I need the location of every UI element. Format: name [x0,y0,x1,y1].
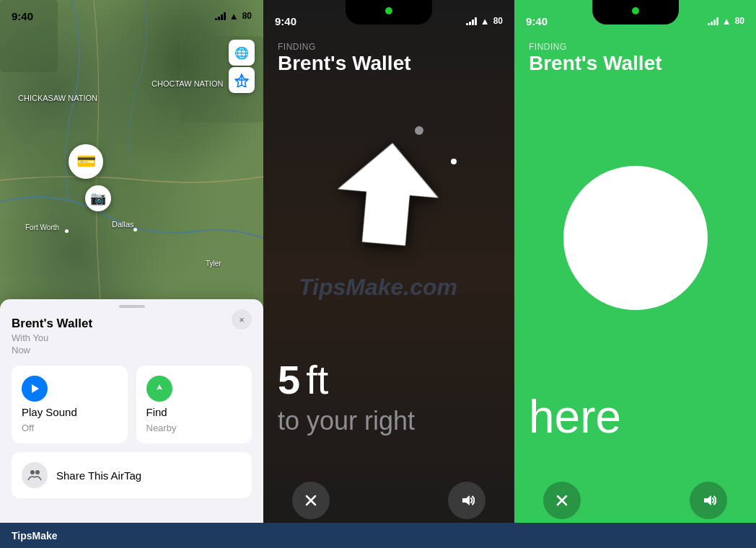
play-icon [28,382,41,395]
find-sub: Nearby [146,423,242,433]
status-time-phone1: 9:40 [12,10,33,22]
find-icon [146,376,172,402]
phone1: CHICKASAW NATION CHOCTAW NATION Fort Wor… [0,0,263,548]
map-controls: 🌐 [229,40,255,93]
signal-phone3 [708,17,718,25]
found-circle [563,166,708,310]
map-svg [0,0,263,310]
screenshots-container: CHICKASAW NATION CHOCTAW NATION Fort Wor… [0,0,756,548]
svg-marker-11 [462,495,470,505]
share-title: Share This AirTag [56,469,141,482]
notch-phone2 [346,0,432,25]
finding-label-phone3: FINDING [529,42,567,52]
wallet-pin[interactable]: 💳 [69,144,103,179]
attribution-text: TipsMake [12,530,58,542]
sheet-handle [119,305,145,308]
status-time-phone2: 9:40 [275,15,296,27]
svg-marker-8 [333,138,443,248]
map-label-chickasaw: CHICKASAW NATION [18,94,97,102]
status-icons-phone2: ▲ 80 [466,16,503,27]
svg-marker-14 [704,495,711,505]
globe-btn[interactable]: 🌐 [229,40,255,66]
direction-arrow-container [309,115,468,274]
bottom-controls-phone3 [514,482,756,519]
svg-point-6 [30,470,35,474]
status-icons-phone3: ▲ 80 [708,16,744,27]
distance-number: 5 [278,360,300,400]
play-sound-card[interactable]: Play Sound Off [12,366,128,443]
close-btn-phone3[interactable] [543,482,581,519]
direction-label: to your right [278,406,415,436]
map-label-choctaw: CHOCTAW NATION [151,79,223,88]
sound-btn-phone3[interactable] [690,482,727,519]
status-bar-phone1: 9:40 ▲ 80 [0,0,263,32]
finding-label-phone2: FINDING [278,42,316,52]
dynamic-island-dot-phone3 [632,7,639,14]
play-sound-icon [22,376,48,402]
distance-unit: ft [306,356,328,403]
fortworth-dot [65,229,69,233]
close-btn-phone2[interactable] [292,482,330,519]
sheet-title: Brent's Wallet [12,317,252,331]
battery-phone3: 80 [735,16,744,26]
sheet-close-btn[interactable]: × [232,309,252,330]
finding-title-phone2: Brent's Wallet [278,52,411,75]
attribution-bar: TipsMake [0,523,756,548]
play-sound-title: Play Sound [22,406,118,418]
play-sound-sub: Off [22,423,118,433]
dark-bg [263,0,514,548]
find-arrow-icon [152,381,167,396]
sound-btn-phone2[interactable] [448,482,485,519]
arrow-svg [299,105,477,282]
svg-point-7 [35,470,40,474]
sound-icon-phone3 [700,492,716,508]
share-airtag-icon [22,462,48,488]
map-label-tyler: Tyler [206,260,221,268]
sheet-actions: Play Sound Off Find Nearby [12,366,252,443]
people-icon [27,467,43,483]
sheet-subtitle: With You [12,332,252,343]
find-nearby-card[interactable]: Find Nearby [136,366,252,443]
status-icons-phone1: ▲ 80 [215,11,252,22]
signal-bars-phone1 [215,12,226,20]
battery-label-phone1: 80 [242,11,252,21]
bottom-controls-phone2 [263,482,514,519]
finding-title-phone3: Brent's Wallet [529,52,662,75]
sheet-time: Now [12,345,252,355]
find-title: Find [146,406,242,418]
map-label-fortworth: Fort Worth [25,224,59,231]
battery-phone2: 80 [493,16,503,26]
wifi-phone3: ▲ [722,16,731,27]
camera-pin[interactable]: 📷 [85,185,111,211]
bottom-sheet: × Brent's Wallet With You Now Play Sound… [0,299,263,523]
svg-marker-5 [32,384,39,393]
dallas-dot [133,228,137,231]
phone2: 9:40 ▲ 80 FINDING Brent's Wallet [263,0,514,548]
notch-phone3 [592,0,679,25]
here-text: here [529,390,621,443]
phone3: 9:40 ▲ 80 FINDING Brent's Wallet here [514,0,756,548]
map-label-dallas: Dallas [112,220,134,229]
dynamic-island-dot-phone2 [385,7,392,14]
signal-phone2 [466,17,477,25]
share-card[interactable]: Share This AirTag [12,452,252,498]
status-time-phone3: 9:40 [526,15,548,27]
wifi-phone2: ▲ [480,16,490,27]
sound-icon-phone2 [459,492,475,508]
close-icon-phone2 [304,494,317,507]
distance-text: 5 ft to your right [278,356,415,436]
close-icon-phone3 [555,494,568,507]
camera-pin-circle: 📷 [85,185,111,211]
direction-arrow [299,105,478,284]
wifi-icon-phone1: ▲ [229,11,239,22]
wallet-pin-circle: 💳 [69,144,103,179]
location-icon [234,73,249,87]
map-background: CHICKASAW NATION CHOCTAW NATION Fort Wor… [0,0,263,310]
location-btn[interactable] [229,67,255,93]
